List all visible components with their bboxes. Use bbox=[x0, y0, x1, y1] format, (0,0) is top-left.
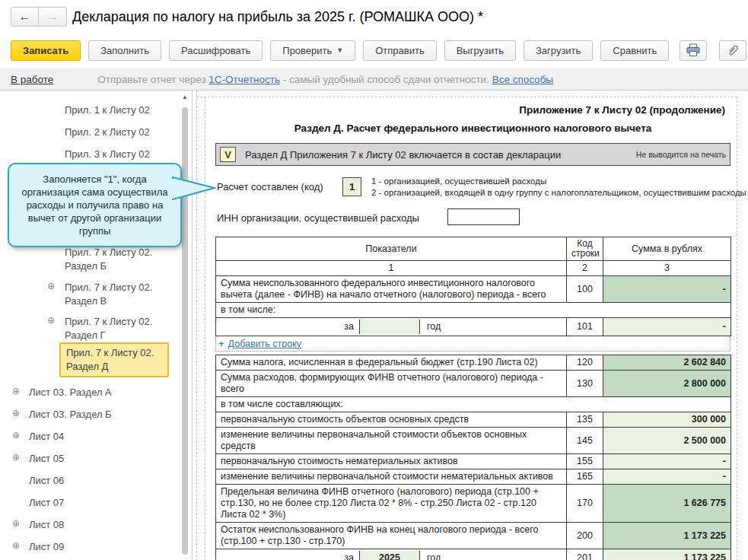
expand-icon[interactable]: ⊕ bbox=[11, 452, 21, 463]
row-value[interactable]: 2 500 000 bbox=[603, 428, 731, 454]
year-input[interactable]: 2025 bbox=[359, 551, 420, 560]
status-link[interactable]: В работе bbox=[11, 74, 53, 85]
row-value[interactable]: 2 602 840 bbox=[603, 355, 731, 371]
expand-icon[interactable]: ⊕ bbox=[46, 281, 56, 291]
year-prefix: за bbox=[221, 551, 359, 560]
table-row-130: Сумма расходов, формирующих ФИНВ отчетно… bbox=[216, 371, 731, 397]
status-bar: В работе Отправьте отчет через 1С-Отчетн… bbox=[0, 68, 748, 90]
decipher-button[interactable]: Расшифровать bbox=[169, 40, 263, 61]
page-margin-line bbox=[205, 97, 205, 560]
expand-icon[interactable]: ⊕ bbox=[11, 430, 21, 441]
row-code: 120 bbox=[567, 355, 603, 371]
fill-button[interactable]: Заполнить bbox=[88, 40, 161, 61]
inn-input[interactable] bbox=[447, 208, 520, 225]
expand-icon[interactable]: ⊕ bbox=[11, 540, 21, 551]
plus-icon: + bbox=[218, 338, 224, 349]
back-button[interactable]: ← bbox=[11, 7, 39, 27]
status-message: Отправьте отчет через 1С-Отчетность - са… bbox=[97, 74, 553, 85]
row-label: Сумма расходов, формирующих ФИНВ отчетно… bbox=[216, 371, 567, 397]
row-label: изменение величины первоначальной стоимо… bbox=[216, 469, 567, 485]
expand-icon[interactable]: ⊕ bbox=[11, 408, 21, 418]
expand-icon[interactable]: ⊕ bbox=[11, 386, 21, 396]
row-value[interactable]: 2 800 000 bbox=[603, 371, 731, 397]
appendix-header: Приложение 7 к Листу 02 (продолжение) bbox=[193, 104, 725, 116]
compare-button[interactable]: Сравнить bbox=[600, 40, 669, 61]
compare-label: Сравнить bbox=[613, 45, 657, 56]
sidebar-item-pril7-razdel-g[interactable]: Прил. 7 к Листу 02. Раздел Г bbox=[65, 315, 179, 342]
row-value[interactable]: - bbox=[603, 318, 731, 336]
hint-tooltip-text: Заполняется "1", когда организация сама … bbox=[21, 173, 167, 237]
table-group-row: в том числе: bbox=[216, 303, 731, 318]
expand-icon[interactable]: ⊕ bbox=[46, 315, 56, 326]
sidebar-item-pril7-razdel-v[interactable]: Прил. 7 к Листу 02. Раздел В bbox=[65, 281, 179, 308]
page-margin-line bbox=[196, 91, 197, 560]
form-panel: Приложение 7 к Листу 02 (продолжение) Ра… bbox=[193, 91, 748, 560]
row-label: первоначальную стоимость нематериальных … bbox=[216, 454, 567, 469]
sidebar-item-list03-razdel-b[interactable]: Лист 03. Раздел Б bbox=[29, 408, 151, 422]
status-message-middle: - самый удобный способ сдачи отчетности. bbox=[280, 74, 492, 85]
table-row-120: Сумма налога, исчисленная в федеральный … bbox=[216, 355, 731, 371]
sidebar-item-pril3-list02[interactable]: Прил. 3 к Листу 02 bbox=[65, 148, 186, 161]
include-checkbox[interactable]: V bbox=[220, 147, 236, 162]
print-button[interactable] bbox=[680, 40, 707, 61]
forward-button[interactable]: → bbox=[39, 7, 67, 27]
sidebar-item-list06[interactable]: Лист 06 bbox=[29, 474, 151, 488]
tooltip-arrow bbox=[172, 177, 216, 201]
add-row-link[interactable]: Добавить строку bbox=[228, 339, 301, 349]
sidebar-scrollbar[interactable]: ▲ bbox=[180, 92, 189, 559]
sidebar-item-pril2-list02[interactable]: Прил. 2 к Листу 02 bbox=[65, 126, 186, 139]
back-icon: ← bbox=[19, 10, 31, 24]
row-value[interactable]: 1 626 775 bbox=[603, 485, 731, 523]
save-button[interactable]: Записать bbox=[11, 40, 81, 61]
title-bar: ← → Декларация по налогу на прибыль за 2… bbox=[0, 0, 748, 35]
sidebar-item-list08[interactable]: Лист 08 bbox=[29, 518, 151, 532]
row-label: Остаток неиспользованного ФИНВ на конец … bbox=[216, 523, 567, 549]
sidebar-item-list05[interactable]: Лист 05 bbox=[29, 452, 151, 466]
col-number: 1 bbox=[216, 261, 567, 276]
calc-code-hints: 1 - организацией, осуществившей расходы … bbox=[371, 176, 746, 199]
year-input[interactable] bbox=[359, 320, 420, 334]
all-methods-link[interactable]: Все способы bbox=[492, 74, 553, 85]
scroll-up-icon[interactable]: ▲ bbox=[180, 94, 189, 100]
sidebar-item-list04[interactable]: Лист 04 bbox=[29, 430, 151, 444]
col-header-indicators: Показатели bbox=[216, 237, 567, 261]
row-value[interactable]: 1 173 225 bbox=[603, 549, 731, 560]
add-row-strip: + Добавить строку bbox=[215, 336, 730, 352]
include-label: Раздел Д Приложения 7 к Листу 02 включае… bbox=[245, 149, 636, 161]
row-value[interactable]: 1 173 225 bbox=[603, 523, 731, 549]
scrollbar-thumb[interactable] bbox=[182, 107, 188, 555]
report-service-link[interactable]: 1С-Отчетность bbox=[208, 74, 280, 85]
section-title: Раздел Д. Расчет федерального инвестицио… bbox=[215, 123, 730, 134]
send-button[interactable]: Отправить bbox=[363, 40, 436, 61]
decipher-label: Расшифровать bbox=[181, 45, 250, 56]
table-group-row: в том числе составляющих: bbox=[216, 397, 731, 412]
sidebar-item-list07[interactable]: Лист 07 bbox=[29, 496, 151, 510]
sidebar-item-list03-razdel-a[interactable]: Лист 03. Раздел А bbox=[29, 386, 151, 399]
row-code: 170 bbox=[567, 485, 603, 523]
expand-icon[interactable]: ⊕ bbox=[11, 518, 21, 529]
status-message-prefix: Отправьте отчет через bbox=[97, 74, 208, 85]
sidebar-item-list09[interactable]: Лист 09 bbox=[29, 540, 151, 554]
row-value[interactable]: - bbox=[603, 454, 731, 469]
printer-icon bbox=[686, 43, 701, 57]
year-prefix: за bbox=[221, 320, 359, 334]
page-margin-line bbox=[196, 97, 737, 97]
row-value[interactable]: 300 000 bbox=[603, 412, 731, 428]
forward-icon: → bbox=[46, 10, 59, 24]
print-note: Не выводится на печать bbox=[636, 150, 726, 159]
import-button[interactable]: Загрузить bbox=[524, 40, 593, 61]
row-code: 200 bbox=[567, 523, 603, 549]
row-value[interactable]: - bbox=[603, 276, 731, 303]
sidebar-item-pril7-razdel-b[interactable]: Прил. 7 к Листу 02. Раздел Б bbox=[65, 246, 179, 273]
sidebar-item-pril7-razdel-d-selected[interactable]: Прил. 7 к Листу 02. Раздел Д bbox=[59, 342, 169, 377]
export-button[interactable]: Выгрузить bbox=[444, 40, 516, 61]
include-section-bar: V Раздел Д Приложения 7 к Листу 02 включ… bbox=[215, 143, 730, 166]
chevron-down-icon: ▼ bbox=[336, 46, 343, 54]
row-code: 130 bbox=[567, 371, 603, 397]
calc-code-input[interactable]: 1 bbox=[342, 177, 361, 196]
table-row-170: Предельная величина ФИНВ отчетного (нало… bbox=[216, 485, 731, 523]
check-button[interactable]: Проверить▼ bbox=[270, 40, 355, 61]
sidebar-item-pril1-list02[interactable]: Прил. 1 к Листу 02 bbox=[65, 103, 186, 117]
attach-button[interactable] bbox=[719, 40, 746, 61]
row-value[interactable]: - bbox=[603, 469, 731, 485]
